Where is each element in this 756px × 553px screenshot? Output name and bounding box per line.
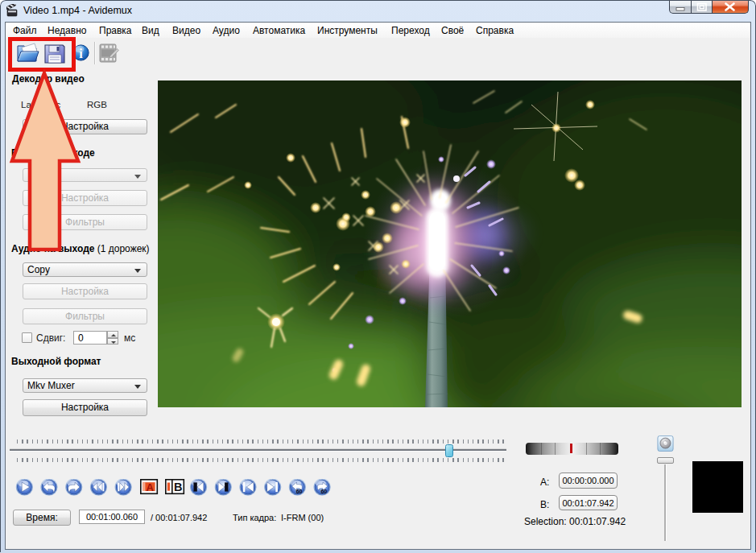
svg-text:i: i — [79, 47, 83, 60]
svg-text:60: 60 — [296, 489, 303, 494]
svg-text:B: B — [174, 481, 182, 493]
svg-text:60: 60 — [320, 489, 327, 494]
svg-text:A: A — [147, 481, 155, 493]
